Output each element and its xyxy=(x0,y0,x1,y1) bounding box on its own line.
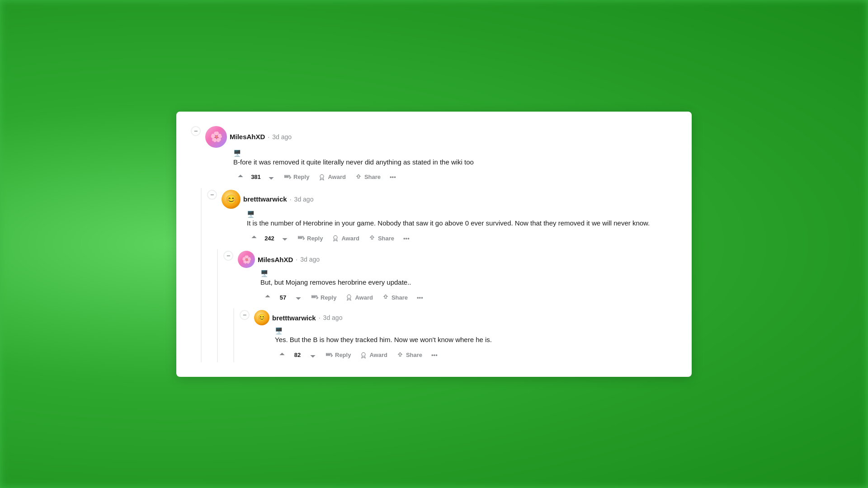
downvote-btn-3[interactable] xyxy=(291,292,306,303)
upvote-btn-1[interactable] xyxy=(233,172,248,183)
avatar-3: 🌸 xyxy=(238,251,255,268)
reply-2-content: − 🌸 MilesAhXD · 3d ago 🖥️ xyxy=(223,249,677,362)
comment-1: − 🌸 MilesAhXD · 3d ago 🖥️ B-fore it was … xyxy=(191,126,677,184)
flair-3: 🖥️ xyxy=(260,270,677,277)
reply-thread-2: − 🌸 MilesAhXD · 3d ago 🖥️ xyxy=(212,249,677,362)
action-bar-3: 57 Reply xyxy=(260,292,677,303)
comment-body-3: But, but Mojang removes herobrine every … xyxy=(260,277,677,287)
vote-section-3: 57 xyxy=(260,292,306,303)
vote-section-1: 381 xyxy=(233,172,278,183)
share-btn-3[interactable]: Share xyxy=(378,292,411,303)
comment-body-2: It is the number of Herobrine in your ga… xyxy=(247,218,677,228)
award-icon-3 xyxy=(345,294,353,301)
timestamp-3: 3d ago xyxy=(300,256,320,263)
action-bar-1: 381 Reply Award xyxy=(233,172,677,183)
reply-thread-1: − 😊 bretttwarwick · 3d ago 🖥️ It is the … xyxy=(195,188,677,362)
downvote-btn-1[interactable] xyxy=(264,172,278,183)
vote-section-4: 82 xyxy=(275,350,320,361)
comment-4: − 😊 bretttwarwick · 3d ago xyxy=(240,310,677,362)
action-bar-2: 242 Reply xyxy=(247,233,677,244)
collapse-btn-1[interactable]: − xyxy=(191,126,201,136)
timestamp-2: 3d ago xyxy=(294,196,314,203)
downvote-icon-3 xyxy=(295,294,302,301)
upvote-icon-3 xyxy=(264,294,271,301)
reply-thread-3: − 😊 bretttwarwick · 3d ago xyxy=(228,308,677,362)
flair-2: 🖥️ xyxy=(247,211,677,218)
downvote-icon-2 xyxy=(281,235,288,242)
collapse-btn-3[interactable]: − xyxy=(223,251,233,261)
avatar-1: 🌸 xyxy=(205,126,227,148)
username-2: bretttwarwick xyxy=(243,195,287,203)
collapse-btn-2[interactable]: − xyxy=(207,190,217,200)
svg-point-1 xyxy=(334,235,337,239)
award-btn-1[interactable]: Award xyxy=(315,172,349,183)
thread-line-2 xyxy=(217,249,218,362)
reply-icon-3 xyxy=(311,294,318,301)
comment-2: − 😊 bretttwarwick · 3d ago 🖥️ It is the … xyxy=(207,190,677,245)
vote-count-1: 381 xyxy=(250,174,261,180)
avatar-2: 😊 xyxy=(222,190,241,209)
thread-line-1 xyxy=(201,188,202,362)
award-icon-4 xyxy=(360,352,367,359)
share-btn-1[interactable]: Share xyxy=(351,172,384,183)
award-btn-2[interactable]: Award xyxy=(328,233,363,244)
svg-point-3 xyxy=(362,352,365,356)
downvote-icon-4 xyxy=(309,352,316,359)
upvote-icon-4 xyxy=(278,352,286,359)
comment-4-main: 😊 bretttwarwick · 3d ago 🖥️ Yes. But the… xyxy=(254,310,677,362)
upvote-btn-3[interactable] xyxy=(260,292,275,303)
username-1: MilesAhXD xyxy=(230,133,265,141)
share-icon-4 xyxy=(396,352,404,359)
share-btn-2[interactable]: Share xyxy=(365,233,398,244)
share-icon-3 xyxy=(382,294,389,301)
collapse-btn-4[interactable]: − xyxy=(240,310,250,320)
more-btn-2[interactable]: ••• xyxy=(400,233,413,244)
reply-icon-4 xyxy=(326,352,333,359)
award-btn-4[interactable]: Award xyxy=(356,350,391,361)
vote-count-2: 242 xyxy=(264,235,275,242)
reply-icon-2 xyxy=(297,235,305,242)
upvote-btn-2[interactable] xyxy=(247,233,261,244)
username-3: MilesAhXD xyxy=(258,256,293,263)
reply-btn-3[interactable]: Reply xyxy=(307,292,340,303)
share-btn-4[interactable]: Share xyxy=(393,350,426,361)
upvote-icon-1 xyxy=(237,174,244,181)
comment-1-main: 🌸 MilesAhXD · 3d ago 🖥️ B-fore it was re… xyxy=(205,126,677,184)
vote-count-4: 82 xyxy=(292,352,303,358)
svg-point-0 xyxy=(320,174,324,178)
flair-4: 🖥️ xyxy=(275,327,677,334)
upvote-btn-4[interactable] xyxy=(275,350,289,361)
share-icon-2 xyxy=(368,235,376,242)
timestamp-1: 3d ago xyxy=(272,133,292,141)
reply-1-content: − 😊 bretttwarwick · 3d ago 🖥️ It is the … xyxy=(207,188,677,362)
comment-2-main: 😊 bretttwarwick · 3d ago 🖥️ It is the nu… xyxy=(222,190,677,245)
more-btn-1[interactable]: ••• xyxy=(386,172,400,182)
vote-count-3: 57 xyxy=(278,294,288,301)
award-icon-1 xyxy=(318,174,326,181)
comment-body-1: B-fore it was removed it quite literally… xyxy=(233,157,677,167)
reply-btn-1[interactable]: Reply xyxy=(280,172,313,183)
award-btn-3[interactable]: Award xyxy=(342,292,377,303)
comment-body-4: Yes. But the B is how they tracked him. … xyxy=(275,334,677,345)
more-btn-3[interactable]: ••• xyxy=(413,292,427,303)
upvote-icon-2 xyxy=(250,235,258,242)
comment-card: − 🌸 MilesAhXD · 3d ago 🖥️ B-fore it was … xyxy=(176,112,692,377)
username-4: bretttwarwick xyxy=(272,314,316,322)
timestamp-4: 3d ago xyxy=(323,314,343,321)
vote-section-2: 242 xyxy=(247,233,292,244)
reply-btn-2[interactable]: Reply xyxy=(294,233,326,244)
more-btn-4[interactable]: ••• xyxy=(428,350,441,360)
comment-3-main: 🌸 MilesAhXD · 3d ago 🖥️ But, but Mojang … xyxy=(238,251,677,305)
reply-3-content: − 😊 bretttwarwick · 3d ago xyxy=(240,308,677,362)
avatar-4: 😊 xyxy=(254,310,269,325)
downvote-btn-4[interactable] xyxy=(306,350,320,361)
reply-icon-1 xyxy=(284,174,291,181)
reply-btn-4[interactable]: Reply xyxy=(322,350,354,361)
action-bar-4: 82 Reply xyxy=(275,350,677,361)
award-icon-2 xyxy=(332,235,339,242)
comment-3: − 🌸 MilesAhXD · 3d ago 🖥️ xyxy=(223,251,677,305)
downvote-icon-1 xyxy=(268,174,275,181)
downvote-btn-2[interactable] xyxy=(278,233,292,244)
svg-point-2 xyxy=(347,295,351,299)
flair-1: 🖥️ xyxy=(233,150,677,157)
